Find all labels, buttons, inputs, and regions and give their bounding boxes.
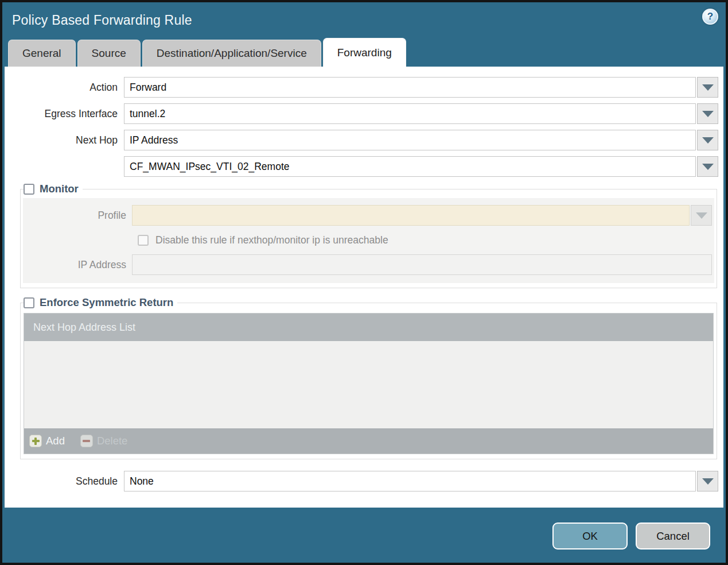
dialog-title: Policy Based Forwarding Rule bbox=[12, 13, 192, 28]
egress-interface-dropdown-button[interactable] bbox=[697, 103, 718, 124]
policy-based-forwarding-dialog: Policy Based Forwarding Rule ? General S… bbox=[0, 0, 728, 565]
monitor-ip-address-input bbox=[132, 254, 712, 275]
next-hop-type-input[interactable] bbox=[124, 130, 696, 150]
next-hop-combo bbox=[124, 130, 718, 150]
schedule-row: Schedule bbox=[5, 471, 718, 492]
tab-forwarding[interactable]: Forwarding bbox=[323, 38, 406, 67]
profile-row: Profile bbox=[23, 205, 714, 226]
chevron-down-icon bbox=[696, 212, 707, 219]
add-button-label: Add bbox=[46, 435, 65, 447]
symmetric-return-legend: Enforce Symmetric Return bbox=[24, 296, 177, 309]
tab-source[interactable]: Source bbox=[77, 40, 141, 67]
symmetric-return-title: Enforce Symmetric Return bbox=[40, 296, 173, 309]
tab-destination-application-service[interactable]: Destination/Application/Service bbox=[142, 40, 321, 67]
disable-rule-row: Disable this rule if nexthop/monitor ip … bbox=[138, 231, 714, 249]
delete-button-label: Delete bbox=[97, 435, 127, 447]
chevron-down-icon bbox=[702, 84, 714, 91]
next-hop-address-table-body[interactable] bbox=[24, 341, 713, 428]
profile-label: Profile bbox=[23, 210, 132, 222]
monitor-panel: Profile Disable this rule if nexthop/mon… bbox=[23, 198, 714, 283]
action-dropdown-button[interactable] bbox=[697, 77, 718, 98]
chevron-down-icon bbox=[702, 478, 714, 485]
schedule-input[interactable] bbox=[124, 471, 696, 492]
action-input[interactable] bbox=[124, 77, 696, 98]
dialog-footer: OK Cancel bbox=[2, 508, 726, 560]
tab-general[interactable]: General bbox=[8, 40, 76, 67]
chevron-down-icon bbox=[702, 111, 714, 117]
next-hop-address-table: Next Hop Address List Add Delete bbox=[24, 313, 714, 454]
delete-button[interactable]: Delete bbox=[80, 435, 127, 447]
monitor-legend: Monitor bbox=[24, 183, 83, 195]
symmetric-return-checkbox[interactable] bbox=[24, 297, 34, 308]
dialog-titlebar: Policy Based Forwarding Rule ? bbox=[2, 2, 726, 38]
monitor-title: Monitor bbox=[40, 183, 79, 195]
profile-input bbox=[132, 205, 690, 226]
symmetric-return-section: Enforce Symmetric Return Next Hop Addres… bbox=[20, 296, 717, 459]
cancel-button[interactable]: Cancel bbox=[636, 523, 710, 549]
action-row: Action bbox=[5, 77, 718, 98]
plus-icon bbox=[29, 435, 42, 447]
tab-bar: General Source Destination/Application/S… bbox=[2, 38, 726, 67]
ok-button[interactable]: OK bbox=[552, 523, 628, 549]
disable-rule-label: Disable this rule if nexthop/monitor ip … bbox=[155, 234, 388, 246]
monitor-ip-address-label: IP Address bbox=[23, 259, 132, 271]
chevron-down-icon bbox=[702, 164, 714, 170]
profile-dropdown-button bbox=[691, 205, 712, 226]
profile-combo bbox=[132, 205, 712, 226]
help-icon[interactable]: ? bbox=[702, 9, 718, 25]
monitor-ip-address-field bbox=[132, 254, 712, 275]
egress-interface-row: Egress Interface bbox=[5, 103, 718, 124]
minus-icon bbox=[80, 435, 93, 447]
next-hop-address-row bbox=[5, 156, 718, 177]
next-hop-label: Next Hop bbox=[5, 134, 124, 146]
action-label: Action bbox=[5, 82, 124, 94]
egress-interface-label: Egress Interface bbox=[5, 108, 124, 120]
next-hop-address-combo bbox=[124, 156, 718, 177]
schedule-dropdown-button[interactable] bbox=[697, 471, 718, 492]
next-hop-address-input[interactable] bbox=[124, 156, 696, 177]
monitor-ip-address-row: IP Address bbox=[23, 254, 714, 275]
schedule-label: Schedule bbox=[5, 475, 124, 487]
monitor-section: Monitor Profile Disable this rule if nex… bbox=[20, 183, 717, 288]
add-button[interactable]: Add bbox=[29, 435, 65, 447]
action-combo bbox=[124, 77, 718, 98]
egress-interface-input[interactable] bbox=[124, 103, 696, 124]
schedule-combo bbox=[124, 471, 718, 492]
next-hop-dropdown-button[interactable] bbox=[697, 130, 718, 150]
tab-content-forwarding: Action Egress Interface Next Hop bbox=[5, 67, 723, 508]
egress-interface-combo bbox=[124, 103, 718, 124]
monitor-checkbox[interactable] bbox=[24, 184, 34, 195]
next-hop-row: Next Hop bbox=[5, 130, 718, 150]
disable-rule-checkbox bbox=[138, 235, 149, 246]
chevron-down-icon bbox=[702, 137, 714, 144]
next-hop-address-dropdown-button[interactable] bbox=[697, 156, 718, 177]
next-hop-address-table-header: Next Hop Address List bbox=[24, 314, 713, 341]
next-hop-address-table-toolbar: Add Delete bbox=[24, 428, 713, 454]
